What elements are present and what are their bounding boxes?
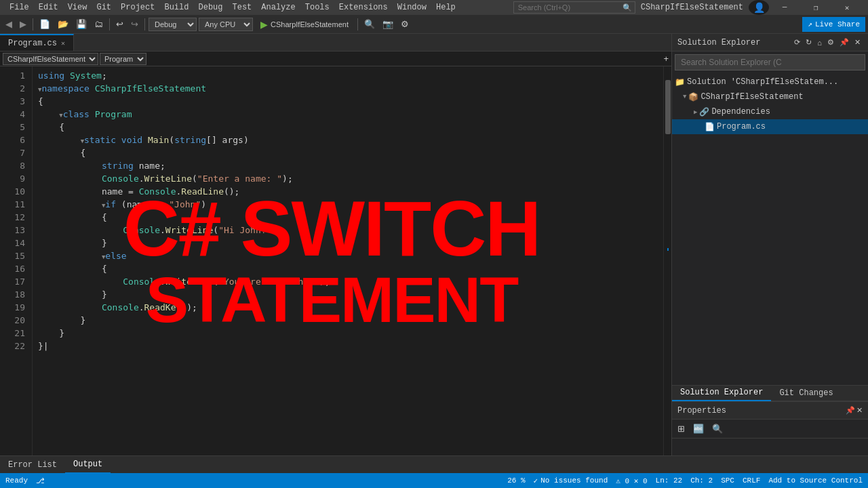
menu-file[interactable]: File (5, 1, 33, 14)
tab-close-icon[interactable]: ✕ (61, 39, 65, 47)
project-label: CSharpIfElseStatement (701, 92, 803, 102)
menu-view[interactable]: View (64, 1, 92, 14)
se-programcs-item[interactable]: 📄 Program.cs (672, 119, 868, 134)
toolbar-btn2[interactable]: 📷 (380, 18, 396, 30)
undo-button[interactable]: ↩ (113, 18, 126, 30)
solution-explorer-header: Solution Explorer ⟳ ↻ ⌂ ⚙ 📌 ✕ (672, 34, 868, 52)
solution-icon: 📁 (675, 77, 685, 87)
code-line-5: { (38, 121, 658, 134)
vertical-scrollbar[interactable] (663, 66, 671, 455)
app-title: CSharpIfElseStatement (641, 3, 743, 12)
menu-extensions[interactable]: Extensions (335, 1, 392, 14)
back-button[interactable]: ◀ (3, 18, 15, 30)
class-selector[interactable]: Program (100, 53, 146, 65)
zoom-level[interactable]: 26 % (507, 476, 525, 485)
bottom-panel: Error List Output (0, 455, 868, 473)
properties-pin-button[interactable]: 📌 (846, 406, 855, 415)
restore-button[interactable]: ❐ (800, 0, 831, 15)
se-solution-item[interactable]: 📁 Solution 'CSharpIfElseStatem... (672, 75, 868, 89)
se-close-button[interactable]: ✕ (852, 37, 863, 47)
toolbar-btn3[interactable]: ⚙ (398, 18, 412, 30)
scroll-line-indicator (667, 248, 669, 251)
menu-analyze[interactable]: Analyze (257, 1, 299, 14)
menu-test[interactable]: Test (229, 1, 256, 14)
code-line-14: } (38, 237, 658, 249)
forward-button[interactable]: ▶ (17, 18, 29, 30)
open-file-button[interactable]: 📂 (55, 18, 71, 30)
menu-help[interactable]: Help (432, 1, 460, 14)
share-icon: ↗ (808, 20, 812, 28)
menu-tools[interactable]: Tools (301, 1, 334, 14)
line-numbers: 123456 789101112 131415161718 19202122 (0, 66, 33, 455)
se-project-item[interactable]: ▼ 📦 CSharpIfElseStatement (672, 89, 868, 104)
build-config-dropdown[interactable]: Debug Release (149, 18, 197, 31)
code-line-10: name = Console.ReadLine(); (38, 185, 658, 198)
menu-debug[interactable]: Debug (194, 1, 226, 14)
se-home-button[interactable]: ⌂ (815, 37, 824, 47)
right-panel: Solution Explorer ⟳ ↻ ⌂ ⚙ 📌 ✕ 📁 Solution… (671, 34, 868, 455)
tab-output[interactable]: Output (65, 456, 111, 474)
menu-build[interactable]: Build (160, 1, 193, 14)
se-refresh-button[interactable]: ↻ (804, 37, 814, 47)
prop-btn-sort[interactable]: 🔤 (690, 422, 707, 435)
ready-status: Ready (5, 476, 28, 485)
properties-panel: Properties 📌 ✕ ⊞ 🔤 🔍 (672, 401, 868, 455)
close-button[interactable]: ✕ (831, 0, 863, 15)
live-share-button[interactable]: ↗ Live Share (802, 17, 865, 32)
code-line-1: using System; (38, 69, 658, 82)
code-line-3: { (38, 95, 658, 108)
dependencies-label: Dependencies (711, 107, 770, 117)
properties-toolbar: ⊞ 🔤 🔍 (672, 420, 868, 439)
menu-edit[interactable]: Edit (35, 1, 62, 14)
save-all-button[interactable]: 🗂 (92, 18, 106, 30)
expand-editor-button[interactable]: + (663, 54, 669, 64)
code-line-15: ▼else (38, 249, 658, 262)
solution-explorer-search[interactable] (675, 54, 865, 70)
platform-dropdown[interactable]: Any CPU (199, 18, 253, 31)
code-line-16: { (38, 262, 658, 275)
tab-error-list[interactable]: Error List (0, 456, 65, 474)
code-content[interactable]: using System; ▼namespace CSharpIfElseSta… (33, 66, 663, 455)
save-button[interactable]: 💾 (73, 18, 90, 30)
tab-git-changes[interactable]: Git Changes (771, 385, 841, 401)
se-sync-button[interactable]: ⟳ (792, 37, 802, 47)
solution-explorer-tree: 📁 Solution 'CSharpIfElseStatem... ▼ 📦 CS… (672, 73, 868, 385)
minimize-button[interactable]: ─ (769, 0, 800, 15)
cs-file-icon: 📄 (705, 122, 715, 132)
check-icon: ✓ (534, 476, 538, 485)
code-line-12: { (38, 211, 658, 224)
menu-bar: File Edit View Git Project Build Debug T… (5, 1, 460, 14)
properties-close-button[interactable]: ✕ (856, 406, 863, 415)
se-pin-button[interactable]: 📌 (837, 37, 851, 47)
properties-title: Properties (677, 406, 726, 415)
namespace-selector[interactable]: CSharpIfElseStatement (3, 53, 98, 65)
issues-status[interactable]: ✓ No issues found (534, 476, 608, 485)
editor-tab-program-cs[interactable]: Program.cs ✕ (0, 34, 74, 51)
se-dependencies-item[interactable]: ▶ 🔗 Dependencies (672, 104, 868, 119)
prop-btn-grid[interactable]: ⊞ (675, 422, 688, 435)
solution-explorer-title: Solution Explorer (677, 38, 760, 47)
redo-button[interactable]: ↪ (128, 18, 141, 30)
tab-solution-explorer[interactable]: Solution Explorer (672, 385, 771, 401)
new-file-button[interactable]: 📄 (37, 18, 53, 30)
menu-git[interactable]: Git (92, 1, 115, 14)
code-line-20: } (38, 314, 658, 327)
editor-breadcrumb-bar: CSharpIfElseStatement Program + (0, 52, 671, 66)
account-icon[interactable]: 👤 (749, 0, 769, 15)
collapse-icon: ▶ (694, 108, 697, 116)
code-editor[interactable]: 123456 789101112 131415161718 19202122 u… (0, 66, 671, 455)
se-settings-button[interactable]: ⚙ (825, 37, 836, 47)
run-button[interactable]: ▶ CSharpIfElseStatement (255, 18, 354, 31)
menu-window[interactable]: Window (393, 1, 431, 14)
toolbar-btn1[interactable]: 🔍 (361, 18, 378, 30)
menu-project[interactable]: Project (117, 1, 159, 14)
code-line-8: string name; (38, 159, 658, 172)
editor-panel: Program.cs ✕ CSharpIfElseStatement Progr… (0, 34, 671, 455)
source-control-button[interactable]: Add to Source Control (768, 476, 863, 485)
title-search-input[interactable] (514, 3, 623, 12)
prop-btn-search[interactable]: 🔍 (709, 422, 726, 435)
scrollbar-thumb[interactable] (665, 80, 671, 134)
run-label: CSharpIfElseStatement (271, 20, 349, 28)
code-line-21: } (38, 327, 658, 340)
errors-indicator[interactable]: ⚠ 0 ✕ 0 (616, 476, 647, 485)
